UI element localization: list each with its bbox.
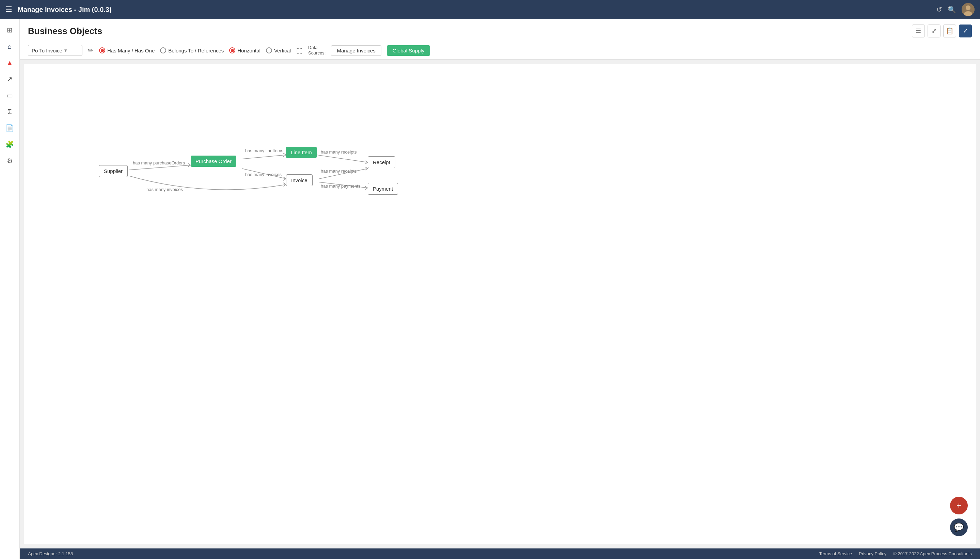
radio-horizontal-label: Horizontal (237, 48, 260, 53)
radio-has-many-btn[interactable] (99, 47, 105, 53)
node-payment[interactable]: Payment (368, 183, 398, 195)
radio-has-many-label: Has Many / Has One (107, 48, 155, 53)
edge-label-receipts1: has many receipts (321, 149, 357, 155)
page-title: Business Objects (28, 26, 102, 36)
svg-point-1 (966, 5, 970, 10)
add-fab[interactable]: + (950, 497, 968, 514)
status-bar: Apex Designer 2.1.158 Terms of Service P… (20, 549, 980, 559)
search-icon[interactable]: 🔍 (948, 5, 956, 13)
sidebar-item-share[interactable]: ↗ (3, 72, 17, 86)
diagram-dropdown[interactable]: Po To Invoice ▾ (28, 45, 83, 56)
sidebar-item-grid[interactable]: ⊞ (3, 23, 17, 37)
global-supply-btn[interactable]: Global Supply (387, 45, 430, 56)
check-btn[interactable]: ✓ (959, 25, 972, 38)
sidebar-item-settings[interactable]: ⚙ (3, 154, 17, 167)
radio-belongs-label: Belongs To / References (168, 48, 224, 53)
data-sources-label: DataSources: (308, 45, 326, 56)
node-invoice[interactable]: Invoice (286, 174, 313, 186)
diagram-svg (24, 64, 976, 544)
sidebar-item-alert[interactable]: ▲ (3, 56, 17, 69)
radio-horizontal-btn[interactable] (229, 47, 235, 53)
node-receipt[interactable]: Receipt (368, 156, 395, 168)
list-view-btn[interactable]: ☰ (912, 25, 925, 38)
diagram-canvas: has many purchaseOrders has many lineIte… (24, 64, 976, 544)
menu-icon[interactable]: ☰ (5, 5, 12, 14)
history-icon[interactable]: ↺ (936, 5, 942, 13)
radio-belongs-btn[interactable] (160, 47, 166, 53)
main-layout: ⊞ ⌂ ▲ ↗ ▭ Σ 📄 🧩 ⚙ Business Objects ☰ ⤢ 📋… (0, 19, 980, 559)
left-sidebar: ⊞ ⌂ ▲ ↗ ▭ Σ 📄 🧩 ⚙ (0, 19, 20, 559)
edge-label-receipts2: has many receipts (321, 169, 357, 174)
sidebar-item-sigma[interactable]: Σ (3, 105, 17, 119)
app-title: Manage Invoices - Jim (0.0.3) (18, 6, 936, 13)
edge-label-invoices1: has many invoices (245, 172, 281, 177)
fab-container: + 💬 (950, 497, 968, 536)
sidebar-item-home[interactable]: ⌂ (3, 40, 17, 53)
svg-line-3 (129, 165, 191, 170)
edge-label-invoices2: has many invoices (146, 187, 183, 192)
dropdown-arrow-icon: ▾ (65, 47, 67, 53)
radio-belongs-group: Belongs To / References (160, 47, 224, 53)
sidebar-item-puzzle[interactable]: 🧩 (3, 137, 17, 151)
version-label: Apex Designer 2.1.158 (28, 551, 73, 556)
share-btn[interactable]: ⤢ (927, 25, 940, 38)
chat-fab[interactable]: 💬 (950, 518, 968, 536)
copyright-label: © 2017-2022 Apex Process Consultants (893, 551, 972, 556)
sidebar-item-doc[interactable]: 📄 (3, 121, 17, 135)
header-right-icons: ☰ ⤢ 📋 ✓ (912, 25, 972, 38)
radio-vertical-group: Vertical (266, 47, 291, 53)
radio-vertical-btn[interactable] (266, 47, 272, 53)
edge-label-payments: has many payments (321, 184, 360, 189)
edge-label-lineitems: has many lineItems (245, 148, 283, 153)
svg-line-6 (317, 155, 368, 162)
node-purchase-order[interactable]: Purchase Order (191, 155, 236, 167)
page-header: Business Objects ☰ ⤢ 📋 ✓ Po To Invoice ▾… (20, 19, 980, 60)
dropdown-label: Po To Invoice (31, 48, 62, 53)
top-bar: ☰ Manage Invoices - Jim (0.0.3) ↺ 🔍 (0, 0, 980, 19)
terms-link[interactable]: Terms of Service (819, 551, 852, 556)
node-line-item[interactable]: Line Item (286, 147, 317, 158)
edit-icon[interactable]: ✏ (88, 46, 94, 55)
node-supplier[interactable]: Supplier (99, 165, 128, 177)
avatar[interactable] (962, 3, 975, 16)
toolbar: Po To Invoice ▾ ✏ Has Many / Has One Bel… (28, 41, 972, 59)
manage-invoices-btn[interactable]: Manage Invoices (331, 45, 381, 56)
clipboard-btn[interactable]: 📋 (943, 25, 956, 38)
content-area: Business Objects ☰ ⤢ 📋 ✓ Po To Invoice ▾… (20, 19, 980, 559)
status-bar-right: Terms of Service Privacy Policy © 2017-2… (819, 551, 972, 556)
svg-line-4 (242, 155, 286, 159)
edge-label-po: has many purchaseOrders (133, 160, 185, 165)
radio-horizontal-group: Horizontal (229, 47, 260, 53)
privacy-link[interactable]: Privacy Policy (859, 551, 886, 556)
radio-has-many-group: Has Many / Has One (99, 47, 155, 53)
top-bar-actions: ↺ 🔍 (936, 3, 975, 16)
expand-icon[interactable]: ⬚ (296, 46, 303, 55)
sidebar-item-monitor[interactable]: ▭ (3, 89, 17, 102)
radio-vertical-label: Vertical (274, 48, 291, 53)
page-title-row: Business Objects ☰ ⤢ 📋 ✓ (28, 25, 972, 38)
